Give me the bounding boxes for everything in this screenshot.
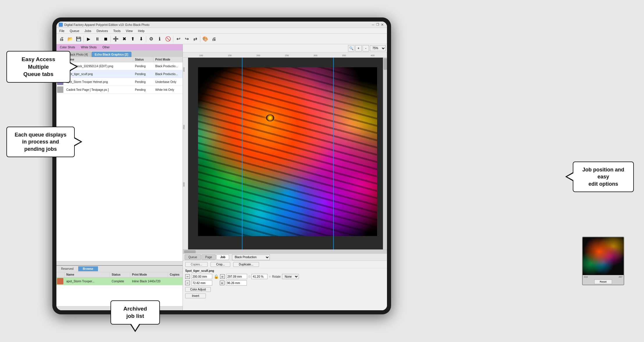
- job-col-status-header: Status: [133, 57, 154, 62]
- title-bar: Digital Factory Apparel Polyprint Editio…: [56, 22, 387, 28]
- table-row[interactable]: apot_Storm Trooper Helmet.png Pending Un…: [56, 78, 183, 86]
- queue-tabs: Echo Black Photo [4] Echo Black Graphics…: [56, 51, 183, 57]
- preview-top-controls: 🔍 + - 75%: [183, 44, 387, 52]
- width2-input[interactable]: [226, 274, 247, 279]
- archive-table-header: Name Status Print Mode Copies: [56, 272, 183, 277]
- toolbar-sep4: [173, 36, 173, 42]
- height-icon: H: [185, 281, 190, 285]
- dimensions-row1: W 🔒 ▤ □ ○ Rotate None: [183, 273, 387, 280]
- lock-icon[interactable]: 🔒: [214, 274, 219, 279]
- view-fit-button[interactable]: 🔍: [348, 45, 354, 52]
- job-status-cell: Pending: [133, 72, 154, 77]
- restore-button[interactable]: ❐: [375, 22, 380, 27]
- job-list: Name Status Print Mode AdobeStock_102950…: [56, 57, 183, 261]
- thumbnail-panel: 210297 Reset: [582, 237, 624, 285]
- job-mode-cell: Black Productio...: [154, 64, 183, 69]
- canvas-hscrollbar[interactable]: [183, 249, 387, 254]
- menu-view[interactable]: View: [125, 29, 134, 33]
- toolbar-move-down-button[interactable]: ⬇: [137, 35, 145, 43]
- job-thumb: [57, 86, 63, 93]
- table-row[interactable]: Cadink Test Page [ Testpage.ps ] Pending…: [56, 86, 183, 94]
- toolbar-new-button[interactable]: 🖨: [58, 35, 66, 43]
- height2-icon: ▤: [220, 281, 224, 285]
- content-area: Color Shots White Shots Other Echo Black…: [56, 44, 387, 310]
- color-tab-colorshots[interactable]: Color Shots: [58, 45, 77, 49]
- tab-echo-black-graphics[interactable]: Echo Black Graphics [2]: [92, 52, 131, 57]
- toolbar-pause-button[interactable]: ⏸: [93, 35, 101, 43]
- duplicate-button[interactable]: Duplicate...: [233, 262, 259, 267]
- toolbar-color-button[interactable]: 🎨: [201, 35, 209, 43]
- job-mode-cell: Underbase Only: [154, 79, 183, 84]
- menu-help[interactable]: Help: [137, 29, 146, 33]
- job-table-header: Name Status Print Mode: [56, 57, 183, 62]
- height2-input[interactable]: [226, 280, 247, 286]
- close-button[interactable]: ✕: [380, 22, 385, 27]
- archive-status-cell: Complete: [110, 279, 130, 284]
- menu-file[interactable]: File: [58, 29, 66, 33]
- canvas-vscrollbar[interactable]: [383, 58, 387, 249]
- thumbnail-labels: 210297: [583, 275, 624, 279]
- callout-archive: Archived job list: [110, 300, 160, 325]
- guide-line-left: [242, 58, 242, 249]
- screen-bezel: Digital Factory Apparel Polyprint Editio…: [56, 22, 387, 310]
- zoom-select[interactable]: 75%: [370, 45, 386, 51]
- canvas-area[interactable]: [188, 58, 387, 249]
- toolbar-settings-button[interactable]: ⚙: [147, 35, 155, 43]
- rotate-select[interactable]: None: [282, 274, 299, 279]
- app-window: Digital Factory Apparel Polyprint Editio…: [56, 22, 387, 310]
- crop-button[interactable]: Crop...: [210, 262, 230, 267]
- width-input[interactable]: [191, 274, 212, 279]
- tiger-image: [198, 67, 377, 236]
- menu-devices[interactable]: Devices: [95, 29, 109, 33]
- toolbar-print-button[interactable]: ▶: [85, 35, 93, 43]
- browse-tab-reserved[interactable]: Reserved: [56, 266, 78, 271]
- menu-jobs[interactable]: Jobs: [83, 29, 92, 33]
- toolbar-redo-button[interactable]: ↪: [183, 35, 191, 43]
- invert-row: Invert: [183, 293, 387, 299]
- copies-button[interactable]: Copies...: [185, 262, 208, 267]
- menu-tools[interactable]: Tools: [112, 29, 122, 33]
- archive-copies-cell: [168, 280, 183, 282]
- archive-mode-cell: Inline Black 1440x720: [130, 279, 168, 284]
- toolbar-info-button[interactable]: ℹ: [156, 35, 164, 43]
- toolbar-add-button[interactable]: ➕: [112, 35, 120, 43]
- vertical-ruler: 2000 2500 3000: [183, 58, 188, 249]
- color-tab-other[interactable]: Other: [101, 45, 111, 49]
- tab-queue[interactable]: Queue: [185, 254, 201, 260]
- right-panel: 🔍 + - 75% 100 150 200 250: [183, 44, 387, 310]
- callout-job-position: Job position and easy edit options: [573, 162, 634, 192]
- archive-thumb: [57, 278, 63, 284]
- height-input[interactable]: [191, 280, 212, 286]
- dimensions-row2: H ▤: [183, 280, 387, 286]
- toolbar-cancel-button[interactable]: 🚫: [164, 35, 172, 43]
- toolbar-move-up-button[interactable]: ⬆: [129, 35, 137, 43]
- invert-button[interactable]: Invert: [185, 293, 206, 298]
- toolbar-open-button[interactable]: 📂: [66, 35, 74, 43]
- color-tab-whiteshots[interactable]: White Shots: [79, 45, 98, 49]
- toolbar-stop-button[interactable]: ⏹: [101, 35, 110, 43]
- color-adjust-button[interactable]: Color Adjust: [185, 287, 211, 292]
- toolbar-mirror-button[interactable]: ⇄: [191, 35, 199, 43]
- archive-row[interactable]: apot_Storm Trooper... Complete Inline Bl…: [56, 277, 183, 285]
- reset-button[interactable]: Reset: [594, 279, 612, 284]
- app-icon: [59, 23, 63, 27]
- minimize-button[interactable]: ─: [371, 22, 375, 27]
- menu-queue[interactable]: Queue: [69, 29, 81, 33]
- left-panel: Color Shots White Shots Other Echo Black…: [56, 44, 183, 310]
- toolbar-print2-button[interactable]: 🖨: [210, 35, 218, 43]
- view-zoom-in-button[interactable]: +: [355, 45, 362, 52]
- view-zoom-out-button[interactable]: -: [363, 45, 369, 52]
- toolbar-save-button[interactable]: 💾: [74, 35, 83, 43]
- archive-name-cell: apot_Storm Trooper...: [65, 279, 110, 284]
- job-status-cell: Pending: [133, 64, 154, 69]
- toolbar-undo-button[interactable]: ↩: [174, 35, 182, 43]
- tab-job[interactable]: Job: [216, 254, 229, 260]
- job-mode-cell: Black Productio...: [154, 72, 183, 77]
- toolbar-delete-button[interactable]: ✖: [120, 35, 128, 43]
- print-mode-select[interactable]: Black Production: [232, 254, 270, 260]
- scale-input[interactable]: [251, 274, 267, 279]
- queue-hscrollbar[interactable]: [56, 261, 183, 265]
- browse-tab-browse[interactable]: Browse: [78, 266, 98, 271]
- tab-page[interactable]: Page: [201, 254, 216, 260]
- archive-col-name: Name: [65, 272, 110, 277]
